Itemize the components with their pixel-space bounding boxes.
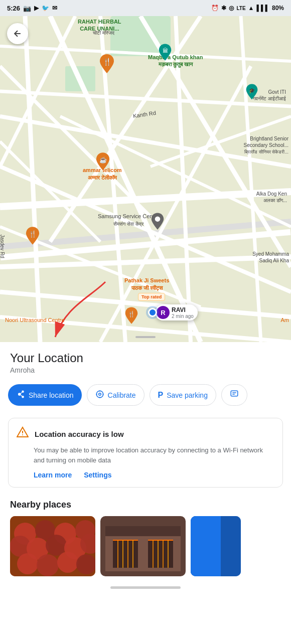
calibrate-button[interactable]: Calibrate xyxy=(87,384,144,406)
svg-point-63 xyxy=(17,553,38,574)
svg-rect-69 xyxy=(105,526,181,536)
share-location-button[interactable]: Share location xyxy=(8,384,82,406)
ravi-name: RAVI xyxy=(172,306,194,313)
parking-icon: P xyxy=(158,391,164,400)
warning-title: Location accuracy is low xyxy=(35,430,124,438)
food-pin-1: 🍴 xyxy=(99,54,115,75)
label-am: Am xyxy=(281,317,289,323)
status-left: 5:26 📷 ▶ 🐦 ✉ xyxy=(7,5,57,12)
share-location-label: Share location xyxy=(29,391,74,399)
learn-more-link[interactable]: Learn more xyxy=(34,471,72,479)
ravi-chip: R RAVI 2 min ago xyxy=(155,304,198,320)
mail-icon: ✉ xyxy=(52,5,57,12)
bluetooth-icon: ✱ xyxy=(221,5,226,12)
alarm-icon: ⏰ xyxy=(211,5,219,12)
location-title: Your Location xyxy=(10,351,281,365)
map-container[interactable]: RAHAT HERBALCARE UNANI... चोटी मस्जिद Ma… xyxy=(0,16,291,342)
youtube-icon: ▶ xyxy=(34,5,39,12)
blue-location-dot xyxy=(148,308,157,317)
warning-icon xyxy=(17,426,29,441)
svg-rect-71 xyxy=(148,540,173,568)
ravi-time: 2 min ago xyxy=(172,313,194,319)
wifi-icon: ▲ xyxy=(248,5,254,12)
svg-rect-48 xyxy=(231,391,238,396)
share-icon xyxy=(16,390,25,400)
map-drag-handle[interactable] xyxy=(135,336,156,338)
svg-point-43 xyxy=(98,393,101,396)
svg-text:🍴: 🍴 xyxy=(29,230,37,238)
food-pin-ammar: ☕ xyxy=(95,152,110,173)
chat-icon xyxy=(230,390,239,400)
svg-rect-70 xyxy=(113,540,138,568)
warning-links: Learn more Settings xyxy=(34,471,274,479)
svg-text:🏛: 🏛 xyxy=(163,47,168,54)
svg-point-64 xyxy=(37,554,59,576)
svg-point-52 xyxy=(22,434,23,435)
nearby-section: Nearby places xyxy=(0,496,291,582)
top-rated-badge: Top rated xyxy=(138,293,165,301)
ravi-info: RAVI 2 min ago xyxy=(172,306,194,319)
svg-point-60 xyxy=(46,535,67,556)
location-info: Your Location Amroha xyxy=(0,342,291,380)
location-pin-govtiti: 🎓 xyxy=(245,84,258,102)
signal-icon: ▌▌▌ xyxy=(256,5,269,12)
save-parking-label: Save parking xyxy=(167,391,208,399)
ravi-avatar: R xyxy=(157,306,170,319)
bottom-panel: Your Location Amroha Share location xyxy=(0,342,291,589)
nearby-images xyxy=(10,516,281,576)
warning-card: Location accuracy is low You may be able… xyxy=(8,418,283,488)
more-button[interactable] xyxy=(221,384,247,406)
lte-icon: LTE xyxy=(236,6,245,11)
svg-text:🎓: 🎓 xyxy=(249,87,255,94)
svg-point-42 xyxy=(96,391,103,398)
svg-point-31 xyxy=(155,216,161,222)
nearby-title: Nearby places xyxy=(10,500,281,510)
nearby-image-3[interactable] xyxy=(191,516,241,576)
nearby-image-2[interactable] xyxy=(100,516,186,576)
location-icon: ◎ xyxy=(229,5,234,12)
calibrate-label: Calibrate xyxy=(108,391,136,399)
instagram-icon: 📷 xyxy=(23,5,31,12)
warning-body: You may be able to improve location accu… xyxy=(34,445,274,465)
home-indicator xyxy=(110,586,181,589)
nearby-image-1[interactable] xyxy=(10,516,95,576)
food-pin-2: 🍴 xyxy=(25,227,40,247)
location-pin-maqbara: 🏛 xyxy=(158,44,172,63)
svg-point-65 xyxy=(57,552,78,573)
battery: 80% xyxy=(272,5,284,12)
time: 5:26 xyxy=(7,5,20,12)
status-right: ⏰ ✱ ◎ LTE ▲ ▌▌▌ 80% xyxy=(211,5,284,12)
calibrate-icon xyxy=(95,390,104,400)
ravi-user-marker: R RAVI 2 min ago xyxy=(148,304,198,320)
warning-header: Location accuracy is low xyxy=(17,426,274,441)
svg-rect-83 xyxy=(191,516,221,576)
food-pin-3: 🍴 xyxy=(124,307,138,326)
twitter-icon: 🐦 xyxy=(42,5,49,12)
location-subtitle: Amroha xyxy=(10,366,281,374)
svg-text:🍴: 🍴 xyxy=(128,310,135,317)
label-noori: Noori Ultrasound Centre xyxy=(5,317,65,323)
back-button[interactable] xyxy=(7,23,28,44)
save-parking-button[interactable]: P Save parking xyxy=(150,384,216,406)
settings-link[interactable]: Settings xyxy=(84,471,111,479)
svg-text:☕: ☕ xyxy=(99,156,107,164)
action-buttons-row: Share location Calibrate P Save parking xyxy=(0,380,291,414)
status-bar: 5:26 📷 ▶ 🐦 ✉ ⏰ ✱ ◎ LTE ▲ ▌▌▌ 80% xyxy=(0,0,291,16)
svg-text:🍴: 🍴 xyxy=(103,58,112,66)
location-pin-samsung xyxy=(151,213,165,232)
